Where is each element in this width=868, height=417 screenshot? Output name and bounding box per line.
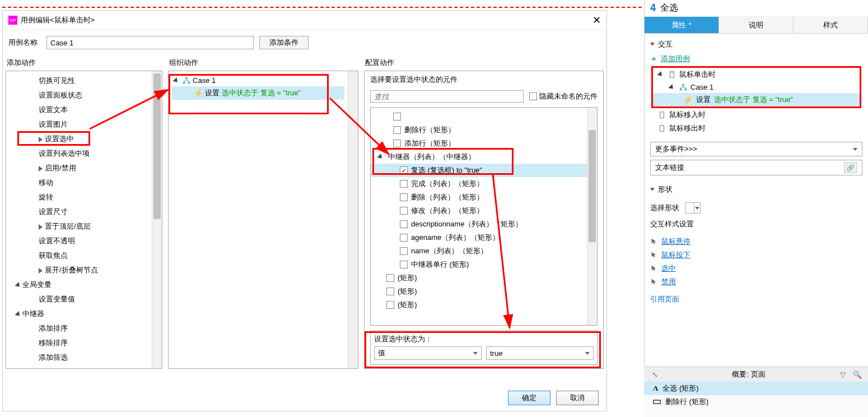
event-mouse-leave[interactable]: 鼠标移出时 [650, 122, 862, 135]
widget-item[interactable]: (矩形) [371, 271, 587, 285]
action-node[interactable]: ⚡ 设置 选中状态于 复选 = "true" [172, 86, 344, 100]
widget-item[interactable]: 全选（矩形） [371, 110, 587, 123]
scrollbar[interactable] [587, 108, 597, 325]
widget-item[interactable]: descriptionname（列表）（矩形） [371, 217, 587, 231]
widget-item[interactable]: name（列表）（矩形） [371, 244, 587, 258]
action-item[interactable]: 设置不透明 [6, 234, 152, 248]
event-mouse-click[interactable]: 鼠标单击时 [653, 68, 860, 81]
more-events-dropdown[interactable]: 更多事件>>> [650, 142, 862, 156]
svg-rect-1 [183, 81, 185, 84]
action-item[interactable]: 设置列表选中项 [6, 146, 152, 161]
mouse-icon [668, 71, 676, 78]
action-item[interactable]: 设置变量值 [6, 292, 152, 307]
svg-rect-2 [188, 81, 190, 84]
widget-item[interactable]: 中继器单行 (矩形) [371, 258, 587, 271]
add-action-panel: 切换可见性 设置面板状态 设置文本 设置图片 设置选中 设置列表选中项 启用/禁… [6, 71, 162, 369]
action-item[interactable]: 置于顶层/底层 [6, 219, 152, 234]
action-item[interactable]: 设置尺寸 [6, 205, 152, 219]
action-set-selected[interactable]: 设置选中 [6, 132, 152, 146]
ok-button[interactable]: 确定 [508, 391, 550, 405]
widget-item[interactable]: 完成（列表）（矩形） [371, 177, 587, 191]
event-mouse-enter[interactable]: 鼠标移入时 [650, 108, 862, 122]
tab-style[interactable]: 样式 [794, 17, 868, 33]
svg-rect-8 [680, 88, 682, 90]
shape-picker[interactable] [685, 202, 701, 214]
cfg-action-header: 配置动作 [364, 55, 604, 71]
widget-item[interactable]: (矩形) [371, 298, 587, 312]
cfg-panel: 选择要设置选中状态的元件 隐藏未命名的元件 全选（矩形） 删除行（矩形） 添加行… [364, 71, 604, 369]
action-item[interactable]: 旋转 [6, 190, 152, 205]
selection-name: 全选 [660, 2, 678, 14]
select-shape-label: 选择形状 [650, 203, 679, 213]
widget-item[interactable]: (矩形) [371, 285, 587, 298]
cfg-title: 选择要设置选中状态的元件 [365, 71, 603, 88]
link-icon[interactable]: 🔗 [844, 162, 857, 173]
value-type-dropdown[interactable]: 值 [374, 346, 482, 360]
tab-properties[interactable]: 属性* [645, 17, 719, 33]
hide-unnamed-checkbox[interactable]: 隐藏未命名的元件 [529, 91, 598, 101]
add-condition-button[interactable]: 添加条件 [259, 36, 309, 49]
shape-section[interactable]: 形状 [650, 182, 862, 197]
selection-header: 4 全选 [645, 0, 868, 17]
cursor-icon [650, 251, 658, 259]
org-action-panel: Case 1 ⚡ 设置 选中状态于 复选 = "true" [168, 71, 358, 369]
scrollbar[interactable] [348, 71, 358, 368]
style-disabled[interactable]: 禁用 [650, 275, 862, 289]
close-icon[interactable]: ✕ [592, 14, 601, 26]
widget-item[interactable]: 修改（列表）（矩形） [371, 204, 587, 217]
inspector-panel: 4 全选 属性* 说明 样式 交互 ＋添加用例 鼠标单击时 Case 1 ⚡ 设… [644, 0, 868, 417]
filter-icon[interactable]: ▽ [838, 369, 848, 379]
set-state-section: 设置选中状态为： 值 true [370, 330, 598, 365]
collapse-icon[interactable]: ⤡ [650, 369, 660, 379]
interactions-section[interactable]: 交互 [650, 37, 862, 52]
chevron-down-icon [853, 148, 857, 151]
scrollbar[interactable] [152, 71, 162, 368]
dialog-title-text: 用例编辑<鼠标单击时> [21, 15, 95, 25]
action-item[interactable]: 添加排序 [6, 321, 152, 336]
action-tree[interactable]: 切换可见性 设置面板状态 设置文本 设置图片 设置选中 设置列表选中项 启用/禁… [6, 71, 152, 368]
widget-item[interactable]: 添加行（矩形） [371, 137, 587, 150]
svg-rect-0 [185, 77, 188, 79]
lightning-icon: ⚡ [683, 95, 693, 104]
action-item[interactable]: 设置图片 [6, 117, 152, 132]
style-press[interactable]: 鼠标按下 [650, 248, 862, 262]
chevron-down-icon [585, 352, 590, 355]
search-icon[interactable]: 🔍 [852, 369, 862, 379]
style-selected[interactable]: 选中 [650, 262, 862, 275]
action-item[interactable]: 移除筛选 [6, 365, 152, 368]
action-item[interactable]: 移除排序 [6, 336, 152, 350]
outline-item[interactable]: A全选 (矩形) [644, 382, 868, 395]
widget-item[interactable]: 删除行（矩形） [371, 123, 587, 137]
add-case-link[interactable]: ＋添加用例 [650, 52, 862, 66]
action-item[interactable]: 获取焦点 [6, 248, 152, 263]
action-item[interactable]: 添加筛选 [6, 350, 152, 365]
outline-panel: ⤡ 概要: 页面 ▽ 🔍 A全选 (矩形) 删除行 (矩形) [644, 367, 868, 417]
repeater-group[interactable]: 中继器 [6, 307, 152, 321]
action-item[interactable]: 移动 [6, 175, 152, 190]
widget-tree[interactable]: 全选（矩形） 删除行（矩形） 添加行（矩形） 中继器（列表）（中继器） 复选 (… [371, 108, 587, 325]
value-dropdown[interactable]: true [486, 346, 594, 360]
style-hover[interactable]: 鼠标悬停 [650, 235, 862, 248]
widget-item[interactable]: agename（列表）（矩形） [371, 231, 587, 244]
widget-tree-panel: 全选（矩形） 删除行（矩形） 添加行（矩形） 中继器（列表）（中继器） 复选 (… [370, 107, 598, 326]
action-item[interactable]: 展开/折叠树节点 [6, 263, 152, 277]
widget-item-checked[interactable]: 复选 (复选框) to "true" [371, 164, 587, 177]
tab-notes[interactable]: 说明 [719, 17, 794, 33]
action-item[interactable]: 设置文本 [6, 103, 152, 117]
widget-group[interactable]: 中继器（列表）（中继器） [371, 150, 587, 164]
action-item[interactable]: 启用/禁用 [6, 161, 152, 175]
cancel-button[interactable]: 取消 [556, 391, 599, 405]
case-node[interactable]: Case 1 [653, 81, 860, 93]
ref-page-section: 引用页面 [645, 291, 868, 308]
widget-item[interactable]: 删除（列表）（矩形） [371, 191, 587, 204]
global-var-group[interactable]: 全局变量 [6, 277, 152, 292]
search-input[interactable] [370, 90, 524, 103]
case-name-input[interactable] [46, 36, 254, 49]
chevron-down-icon [473, 352, 478, 355]
action-item[interactable]: 设置面板状态 [6, 88, 152, 103]
action-row[interactable]: ⚡ 设置 选中状态于 复选 = "true" [653, 93, 860, 106]
axure-icon: RP [8, 16, 17, 25]
outline-item[interactable]: 删除行 (矩形) [644, 395, 868, 409]
action-item[interactable]: 切换可见性 [6, 73, 152, 88]
case-node[interactable]: Case 1 [172, 75, 344, 86]
